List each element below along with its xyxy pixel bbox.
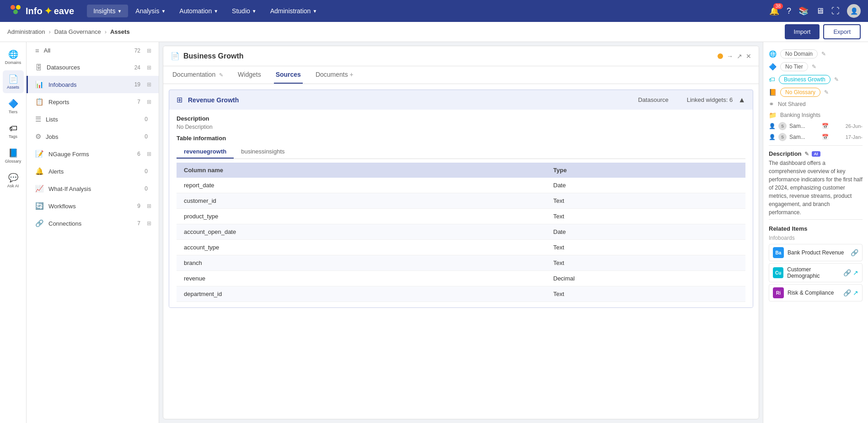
- help-icon[interactable]: ?: [787, 6, 791, 16]
- nav-administration[interactable]: Administration ▼: [264, 5, 324, 17]
- glossary-edit-icon[interactable]: ✎: [824, 89, 829, 95]
- domains-icon: 🌐: [8, 49, 18, 59]
- ngauge-icon: 📝: [35, 150, 44, 158]
- nav-reports-action: ⊞: [147, 99, 151, 105]
- nav-insights[interactable]: Insights ▼: [87, 5, 128, 17]
- shared-row: ⚭ Not Shared: [769, 99, 863, 110]
- nav-infoboards[interactable]: 📊 Infoboards 19 ⊞: [27, 76, 159, 93]
- notification-badge: 38: [773, 3, 783, 9]
- breadcrumb-admin[interactable]: Administration: [7, 28, 45, 35]
- user1-name: Sam...: [789, 123, 805, 129]
- avatar[interactable]: 👤: [847, 4, 861, 18]
- table-row: account_typeText: [177, 240, 745, 255]
- asset-header: 📄 Business Growth → ↗ ✕: [163, 46, 759, 66]
- domain-edit-icon[interactable]: ✎: [821, 51, 826, 57]
- nav-jobs-count: 0: [145, 133, 148, 140]
- askai-icon: 💬: [8, 173, 18, 183]
- customer-arrow-icon: ↗: [853, 269, 858, 276]
- tag-edit-icon[interactable]: ✎: [834, 76, 839, 83]
- fullscreen-icon[interactable]: ⛶: [831, 6, 840, 16]
- col-name-cell: account_type: [177, 240, 546, 255]
- tab-widgets[interactable]: Widgets: [236, 66, 263, 84]
- domain-tag[interactable]: No Domain: [780, 49, 818, 58]
- tab-documents[interactable]: Documents +: [314, 66, 355, 84]
- tag-value[interactable]: Business Growth: [779, 75, 830, 84]
- chevron-up-icon[interactable]: ▲: [738, 96, 745, 104]
- revenue-linked: Linked widgets: 6: [687, 96, 733, 103]
- table-row: department_idText: [177, 286, 745, 302]
- ai-badge: AI: [812, 151, 820, 157]
- nav-all-action: ⊞: [147, 48, 151, 54]
- import-button[interactable]: Import: [785, 24, 820, 39]
- user-row-2: 👤 S Sam... 📅 17-Jan-: [769, 132, 863, 143]
- logo: Info ✦ eave: [7, 3, 74, 19]
- nav-automation[interactable]: Automation ▼: [173, 5, 225, 17]
- revenue-title: Revenue Growth: [188, 96, 632, 104]
- nav-ngauge[interactable]: 📝 NGauge Forms 6 ⊞: [27, 145, 159, 163]
- shared-label: Not Shared: [778, 101, 806, 107]
- sidebar-item-tags[interactable]: 🏷 Tags: [3, 120, 24, 143]
- book-icon[interactable]: 📚: [798, 6, 809, 16]
- nav-reports[interactable]: 📋 Reports 7 ⊞: [27, 93, 159, 111]
- tiers-icon: 🔷: [8, 99, 18, 109]
- nav-ngauge-label: NGauge Forms: [48, 151, 89, 158]
- table-tab-business[interactable]: businessinsights: [234, 145, 292, 159]
- monitor-icon[interactable]: 🖥: [816, 6, 824, 16]
- domain-icon: 🌐: [769, 50, 777, 58]
- divider-2: [769, 219, 863, 220]
- doc-edit-icon[interactable]: ✎: [219, 72, 223, 78]
- tab-plus-icon[interactable]: +: [350, 71, 354, 78]
- col-type-header: Type: [546, 163, 745, 178]
- sidebar-item-askai[interactable]: 💬 Ask AI: [3, 169, 24, 192]
- revenue-section: ⊞ Revenue Growth Datasource Linked widge…: [169, 90, 753, 308]
- nav-jobs[interactable]: ⚙ Jobs 0: [27, 128, 159, 145]
- nav-whatif[interactable]: 📈 What-If Analysis 0: [27, 180, 159, 197]
- breadcrumb-sep1: ›: [48, 28, 50, 35]
- nav-alerts-count: 0: [145, 168, 148, 174]
- description-section-title: Description ✎ AI: [769, 150, 863, 157]
- sidebar-item-domains[interactable]: 🌐 Domains: [3, 46, 24, 69]
- customer-demo-label: Customer Demographic: [787, 266, 843, 279]
- tier-tag[interactable]: No Tier: [780, 62, 808, 71]
- tier-edit-icon[interactable]: ✎: [812, 63, 816, 70]
- sidebar-item-glossary[interactable]: 📘 Glossary: [3, 144, 24, 167]
- close-icon[interactable]: ✕: [746, 53, 751, 60]
- revenue-header[interactable]: ⊞ Revenue Growth Datasource Linked widge…: [169, 90, 753, 110]
- table-tab-revenue[interactable]: revenuegrowth: [177, 145, 234, 159]
- nav-lists[interactable]: ☰ Lists 0: [27, 111, 159, 128]
- nav-all-count: 72: [134, 48, 140, 54]
- nav-analysis[interactable]: Analysis ▼: [129, 5, 172, 17]
- top-nav: Insights ▼ Analysis ▼ Automation ▼ Studi…: [87, 5, 323, 17]
- breadcrumb-assets: Assets: [110, 28, 130, 35]
- sidebar-item-tiers[interactable]: 🔷 Tiers: [3, 95, 24, 118]
- desc-edit-icon[interactable]: ✎: [804, 151, 809, 157]
- table-row: revenueDecimal: [177, 271, 745, 286]
- tab-sources[interactable]: Sources: [274, 66, 303, 84]
- export-button[interactable]: Export: [823, 24, 861, 39]
- nav-connections-count: 7: [137, 220, 140, 227]
- related-risk[interactable]: Ri Risk & Compliance 🔗 ↗: [769, 284, 863, 301]
- nav-lists-count: 0: [145, 116, 148, 122]
- notification-bell[interactable]: 🔔 38: [769, 6, 779, 16]
- glossary-tag[interactable]: No Glossary: [780, 88, 820, 97]
- description-section: Description ✎ AI The dashboard offers a …: [769, 150, 863, 217]
- user1-avatar: S: [778, 122, 787, 130]
- nav-workflows[interactable]: 🔄 Workflows 9 ⊞: [27, 197, 159, 215]
- table-row: report_dateDate: [177, 178, 745, 193]
- nav-datasources[interactable]: 🗄 Datasources 24 ⊞: [27, 59, 159, 76]
- tab-documentation[interactable]: Documentation ✎: [171, 66, 225, 84]
- nav-alerts[interactable]: 🔔 Alerts 0: [27, 163, 159, 180]
- related-bank-product[interactable]: Ba Bank Product Revenue 🔗: [769, 244, 863, 261]
- expand-icon[interactable]: →: [727, 53, 733, 60]
- table-row: customer_idText: [177, 193, 745, 209]
- related-customer-demo[interactable]: Cu Customer Demographic 🔗 ↗: [769, 263, 863, 282]
- breadcrumb-governance[interactable]: Data Governance: [54, 28, 101, 35]
- external-link-icon[interactable]: ↗: [737, 53, 742, 60]
- asset-type-icon: 📄: [171, 52, 180, 60]
- nav-all[interactable]: ≡ All 72 ⊞: [27, 42, 159, 59]
- nav-whatif-count: 0: [145, 185, 148, 192]
- nav-connections[interactable]: 🔗 Connections 7 ⊞: [27, 215, 159, 232]
- nav-studio[interactable]: Studio ▼: [225, 5, 263, 17]
- sidebar-item-assets[interactable]: 📄 Assets: [3, 70, 24, 93]
- nav-datasources-action: ⊞: [147, 64, 151, 71]
